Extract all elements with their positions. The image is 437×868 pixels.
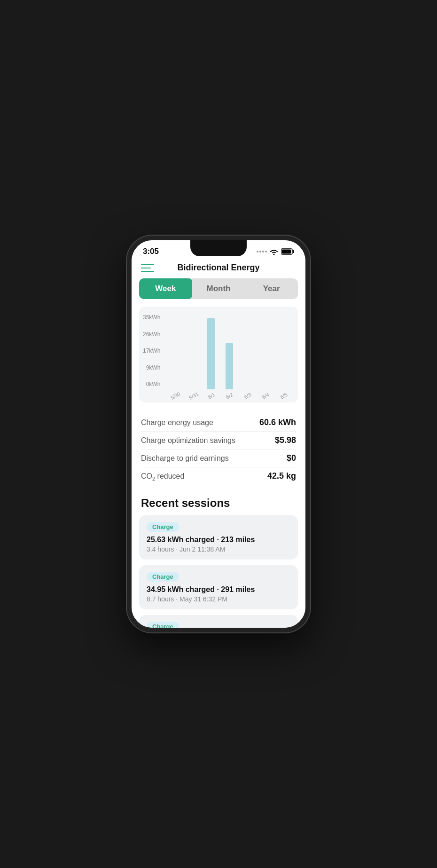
menu-line-3 <box>141 271 154 272</box>
y-label-26: 26kWh <box>143 331 164 338</box>
session-main-1: 25.63 kWh charged · 213 miles <box>147 536 290 544</box>
svg-rect-2 <box>282 250 291 254</box>
stat-label-optimization: Charge optimization savings <box>141 436 235 445</box>
battery-icon <box>281 248 294 255</box>
y-label-0: 0kWh <box>143 381 164 387</box>
menu-button[interactable] <box>141 264 154 272</box>
session-card-2[interactable]: Charge 34.95 kWh charged · 291 miles 8.7… <box>139 565 298 609</box>
tab-year[interactable]: Year <box>245 278 298 299</box>
chart-x-axis: 5/30 5/31 6/1 6/2 6/3 6/4 6/5 <box>164 389 294 399</box>
stat-label-discharge: Discharge to grid earnings <box>141 454 229 463</box>
x-label-62: 6/2 <box>219 387 239 402</box>
stat-label-charge-energy: Charge energy usage <box>141 418 213 427</box>
bar-group-530 <box>166 314 184 389</box>
tab-week[interactable]: Week <box>139 278 192 299</box>
notch <box>190 240 247 256</box>
app-header: Bidirectional Energy <box>132 259 305 278</box>
x-label-531: 5/31 <box>183 387 203 402</box>
status-time: 3:05 <box>143 247 159 256</box>
x-label-530: 5/30 <box>165 387 185 402</box>
chart-bars <box>164 314 294 389</box>
bar-group-61 <box>202 314 220 389</box>
bar-group-63 <box>238 314 256 389</box>
status-icons <box>257 248 294 255</box>
stat-value-discharge: $0 <box>287 453 296 463</box>
stats-section: Charge energy usage 60.6 kWh Charge opti… <box>139 410 298 493</box>
stat-row-co2: CO2 reduced 42.5 kg <box>141 467 296 485</box>
session-badge-3: Charge <box>147 622 179 628</box>
chart-area: 35kWh 26kWh 17kWh 9kWh 0kWh <box>143 314 294 399</box>
phone-screen: 3:05 <box>132 240 305 628</box>
chart-y-axis: 35kWh 26kWh 17kWh 9kWh 0kWh <box>143 314 164 399</box>
svg-rect-1 <box>293 250 294 253</box>
bar-group-64 <box>256 314 274 389</box>
stat-value-optimization: $5.98 <box>275 435 296 445</box>
bar-group-531 <box>184 314 202 389</box>
x-label-65: 6/5 <box>273 387 293 402</box>
session-sub-2: 8.7 hours · May 31 6:32 PM <box>147 595 290 603</box>
phone-frame: 3:05 <box>127 236 310 632</box>
chart-plot: 5/30 5/31 6/1 6/2 6/3 6/4 6/5 <box>164 314 294 399</box>
stat-row-optimization: Charge optimization savings $5.98 <box>141 432 296 450</box>
bar-group-62 <box>220 314 238 389</box>
session-card-1[interactable]: Charge 25.63 kWh charged · 213 miles 3.4… <box>139 515 298 560</box>
menu-line-2 <box>141 268 151 268</box>
stat-value-co2: 42.5 kg <box>267 471 296 481</box>
tab-switcher: Week Month Year <box>139 278 298 299</box>
session-sub-1: 3.4 hours · Jun 2 11:38 AM <box>147 545 290 553</box>
y-label-17: 17kWh <box>143 347 164 354</box>
stat-row-charge-energy: Charge energy usage 60.6 kWh <box>141 414 296 432</box>
bar-62 <box>226 343 233 389</box>
session-card-3[interactable]: Charge 29.53 kWh charged · 246 miles 8.2… <box>139 615 298 628</box>
page-title: Bidirectional Energy <box>154 263 283 273</box>
stat-row-discharge: Discharge to grid earnings $0 <box>141 450 296 467</box>
tab-month[interactable]: Month <box>192 278 245 299</box>
menu-line-1 <box>141 264 154 265</box>
session-main-2: 34.95 kWh charged · 291 miles <box>147 585 290 594</box>
main-content: Week Month Year 35kWh 26kWh 17kWh 9kWh 0… <box>132 278 305 628</box>
chart-container: 35kWh 26kWh 17kWh 9kWh 0kWh <box>139 307 298 402</box>
recent-sessions-title: Recent sessions <box>141 497 296 510</box>
wifi-icon <box>270 248 278 255</box>
session-badge-2: Charge <box>147 572 179 582</box>
stat-label-co2: CO2 reduced <box>141 472 184 481</box>
bar-61 <box>207 318 215 389</box>
signal-icon <box>257 251 267 253</box>
x-label-64: 6/4 <box>256 387 275 402</box>
bar-group-65 <box>274 314 292 389</box>
x-label-61: 6/1 <box>202 387 221 402</box>
stat-value-charge-energy: 60.6 kWh <box>259 418 296 427</box>
y-label-9: 9kWh <box>143 364 164 371</box>
x-label-63: 6/3 <box>237 387 257 402</box>
session-badge-1: Charge <box>147 522 179 532</box>
y-label-35: 35kWh <box>143 314 164 321</box>
